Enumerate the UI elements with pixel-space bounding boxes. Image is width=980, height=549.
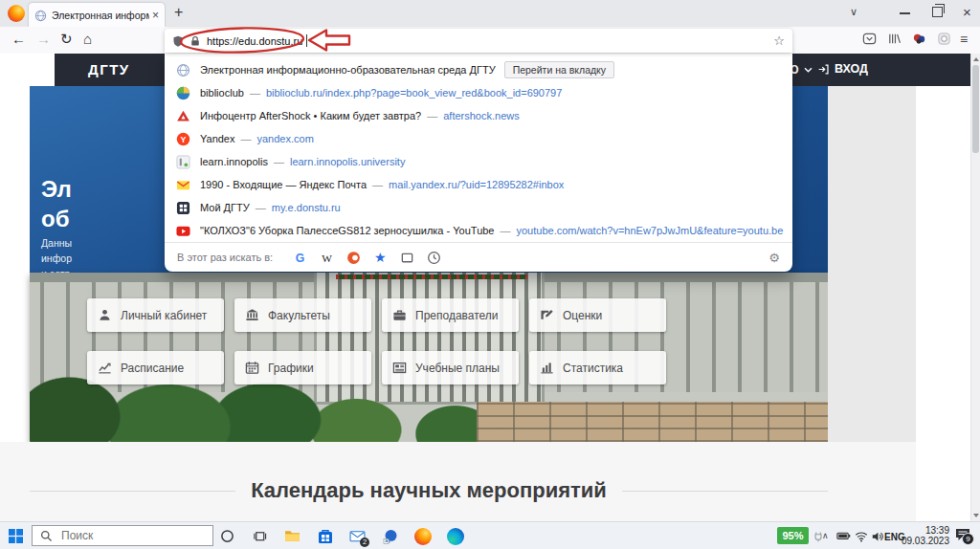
cortana-icon[interactable]	[218, 527, 236, 545]
url-input[interactable]	[207, 35, 306, 47]
suggestion-biblioclub[interactable]: biblioclub — biblioclub.ru/index.php?pag…	[165, 81, 792, 104]
restore-button[interactable]	[932, 7, 943, 17]
quick-link-curricula[interactable]: Учебные планы	[382, 351, 519, 384]
youtube-favicon-icon	[176, 224, 190, 238]
login-label: ВХОД	[835, 62, 868, 76]
quick-link-label: Учебные планы	[415, 362, 500, 375]
quick-link-schedule[interactable]: Расписание	[87, 351, 224, 384]
scrollbar-thumb[interactable]	[972, 65, 979, 153]
mail-icon[interactable]: 2	[348, 527, 367, 545]
search-settings-gear-icon[interactable]: ⚙	[768, 251, 780, 265]
home-button[interactable]: ⌂	[83, 31, 92, 47]
search-engines-label: В этот раз искать в:	[177, 252, 273, 263]
notification-center-icon[interactable]: 9	[955, 528, 970, 541]
start-button[interactable]	[7, 527, 25, 545]
reload-button[interactable]: ↻	[60, 31, 73, 48]
task-view-icon[interactable]	[251, 527, 269, 545]
lock-icon[interactable]	[189, 35, 201, 47]
suggestion-moy-dgtu[interactable]: Мой ДГТУ — my.e.donstu.ru	[165, 196, 792, 219]
quick-link-personal-cabinet[interactable]: Личный кабинет	[87, 298, 224, 332]
suggestion-title: Мой ДГТУ	[200, 202, 250, 213]
file-explorer-icon[interactable]	[283, 527, 301, 545]
app-shortcut-icon[interactable]	[381, 527, 399, 545]
forward-button: →	[36, 31, 51, 47]
suggestion-youtube[interactable]: "КОЛХОЗ"6 Уборка ПалессеGS812 зерносушил…	[165, 219, 792, 242]
taskbar-search[interactable]	[32, 525, 213, 546]
suggestion-aftershock[interactable]: Инфоцентр AfterShock • Каким будет завтр…	[165, 104, 792, 127]
taskbar-clock[interactable]: 13:39 09.03.2023	[898, 526, 949, 546]
quick-link-label: Личный кабинет	[121, 309, 207, 322]
mail-unread-badge: 2	[360, 538, 369, 547]
battery-icon[interactable]	[835, 527, 853, 545]
section-heading: Календарь научных мероприятий	[251, 478, 607, 503]
suggestion-title: Инфоцентр AfterShock • Каким будет завтр…	[200, 110, 421, 121]
suggestion-title: biblioclub	[200, 87, 244, 99]
new-tab-button[interactable]: +	[174, 4, 183, 21]
suggestion-yandex[interactable]: Y Yandex — yandex.com	[165, 127, 792, 150]
photo-plaza	[477, 402, 828, 442]
vertical-scrollbar[interactable]	[970, 54, 980, 521]
quick-link-label: Графики	[268, 362, 314, 375]
edge-taskbar-icon[interactable]	[446, 527, 464, 545]
page-right-margin	[828, 86, 916, 442]
google-engine-icon[interactable]: G	[292, 250, 307, 265]
url-bar[interactable]: ☆	[165, 29, 792, 53]
mail-favicon-icon	[176, 178, 190, 192]
briefcase-icon	[392, 308, 407, 322]
firefox-taskbar-icon[interactable]	[413, 527, 432, 545]
back-button[interactable]: ←	[11, 31, 26, 47]
minimize-button[interactable]	[900, 12, 910, 14]
scroll-down-arrow[interactable]	[973, 514, 979, 517]
tracking-shield-icon[interactable]	[172, 35, 184, 47]
yandex-engine-icon[interactable]	[345, 250, 361, 265]
tray-chevron-icon[interactable]: ∧	[822, 531, 829, 540]
quick-link-teachers[interactable]: Преподаватели	[382, 298, 519, 332]
suggestion-innopolis[interactable]: learn.innopolis — learn.innopolis.univer…	[165, 150, 792, 173]
chart-line-icon	[98, 361, 112, 375]
bookmarks-engine-icon[interactable]: ★	[372, 250, 388, 265]
quick-link-label: Оценки	[563, 309, 602, 322]
suggestion-yandex-mail[interactable]: 1990 - Входящие — Яндекс Почта — mail.ya…	[165, 173, 792, 196]
scroll-up-arrow[interactable]	[973, 57, 979, 61]
banner-text-line2: инфор	[41, 253, 72, 264]
site-logo[interactable]: ДГТУ	[88, 61, 130, 77]
quick-link-graphs[interactable]: Графики	[234, 351, 371, 384]
taskbar-search-input[interactable]	[59, 528, 188, 543]
tray-date: 09.03.2023	[898, 537, 949, 547]
firefox-app-icon[interactable]	[8, 5, 25, 22]
tab-list-chevron-icon[interactable]: ∨	[850, 6, 858, 18]
tray-time: 13:39	[898, 526, 949, 537]
suggestion-switch-to-tab[interactable]: Электронная информационно-образовательна…	[165, 58, 792, 81]
tabs-engine-icon[interactable]	[399, 250, 414, 265]
library-icon[interactable]	[887, 32, 903, 48]
history-engine-icon[interactable]	[426, 250, 441, 265]
tab-close-button[interactable]: ×	[152, 10, 159, 21]
quick-link-faculties[interactable]: Факультеты	[234, 298, 371, 332]
battery-percent-badge[interactable]: 95%	[777, 527, 809, 544]
quick-link-label: Статистика	[563, 362, 623, 375]
suggestion-url: youtube.com/watch?v=hnEw7pJwJmU&feature=…	[517, 225, 784, 236]
svg-text:W: W	[322, 252, 332, 263]
notification-count-badge: 9	[962, 533, 974, 545]
quick-link-statistics[interactable]: Статистика	[529, 351, 666, 384]
calendar-section: Календарь научных мероприятий	[0, 442, 916, 521]
pocket-icon[interactable]	[862, 32, 879, 48]
close-window-button[interactable]: ×	[963, 4, 971, 20]
extension-icon[interactable]	[912, 32, 928, 48]
microsoft-store-icon[interactable]	[316, 527, 334, 545]
suggestion-title: Yandex	[200, 133, 235, 144]
calendar-icon	[245, 361, 259, 375]
campus-photo: Личный кабинет Факультеты Преподаватели …	[30, 273, 828, 442]
browser-tab[interactable]: Электронная информационно-образовательна…	[29, 3, 165, 27]
login-button[interactable]: ВХОД	[817, 62, 868, 76]
suggestion-url: mail.yandex.ru/?uid=12895282#inbox	[389, 179, 564, 190]
wikipedia-engine-icon[interactable]: W	[319, 250, 334, 265]
yandex-favicon-icon: Y	[176, 132, 190, 146]
extension-2-icon[interactable]	[937, 32, 953, 48]
svg-text:Y: Y	[181, 134, 187, 143]
app-menu-icon[interactable]: ≡	[960, 32, 976, 48]
suggestion-url: biblioclub.ru/index.php?page=book_view_r…	[266, 87, 562, 99]
quick-link-grades[interactable]: Оценки	[529, 298, 666, 332]
suggestion-title: Электронная информационно-образовательна…	[200, 64, 496, 76]
bookmark-star-icon[interactable]: ☆	[773, 33, 785, 48]
